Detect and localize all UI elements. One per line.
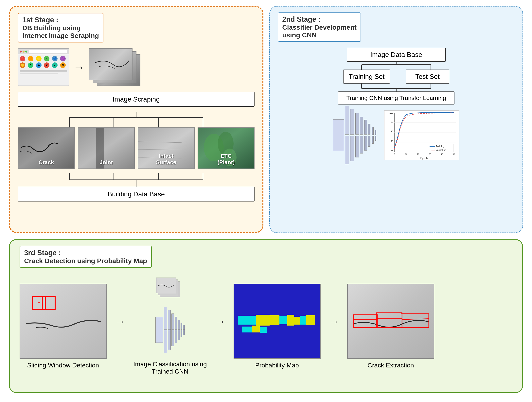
- main-container: 1st Stage : DB Building usingInternet Im…: [9, 6, 523, 393]
- s3-step-cnn: Image Classification usingTrained CNN: [133, 278, 207, 375]
- arrow-connector: [38, 303, 40, 303]
- svg-rect-64: [242, 327, 252, 333]
- stage2-box: 2nd Stage : Classifier Developmentusing …: [269, 6, 523, 233]
- crack-extraction-svg: [348, 284, 434, 359]
- svg-rect-31: [385, 111, 459, 160]
- cnn-layer-rect-4b: [355, 136, 359, 157]
- cnn-classify-label: Image Classification usingTrained CNN: [133, 360, 207, 375]
- patch-front: [156, 278, 176, 293]
- stage3-box: 3rd Stage : Crack Detection using Probab…: [9, 239, 523, 393]
- arrow-2: →: [114, 315, 125, 328]
- sliding-window-img: [19, 284, 107, 359]
- prob-map-label: Probability Map: [255, 362, 299, 369]
- patch-front-svg: [156, 278, 176, 294]
- close-dot: [20, 50, 22, 53]
- svg-text:50: 50: [452, 153, 455, 155]
- intact-label: IntactSurface: [156, 153, 176, 166]
- cnn-pool1: [355, 113, 359, 157]
- svg-rect-58: [270, 315, 279, 325]
- cnn3-l5: [178, 320, 180, 340]
- svg-text:10: 10: [405, 153, 407, 155]
- cnn-layer-rect-8: [372, 127, 374, 135]
- web-icon-10: ❤: [44, 62, 50, 68]
- arrow-1: →: [73, 61, 85, 74]
- svg-text:70: 70: [391, 140, 393, 143]
- cnn3-rect-6b: [178, 330, 180, 340]
- image-scraping-box: Image Scraping: [18, 92, 254, 107]
- min-dot: [23, 50, 25, 53]
- stage3-desc: Crack Detection using Probability Map: [24, 257, 147, 265]
- crack-image-stack: [89, 48, 144, 86]
- s2-split-row: Training Set Test Set: [343, 69, 449, 84]
- cnn-layer-rect-8b: [372, 136, 374, 144]
- s3-step-sliding: Sliding Window Detection: [19, 284, 107, 369]
- web-icon-4: ✔: [44, 56, 50, 62]
- cnn-layer-rect-5: [360, 117, 363, 135]
- stage1-desc: DB Building usingInternet Image Scraping: [22, 24, 99, 39]
- intact-category-img: IntactSurface: [138, 127, 195, 169]
- web-text-lines: [18, 69, 69, 76]
- cnn3-rect-5a: [175, 317, 177, 330]
- crack-extraction-img: [347, 284, 434, 359]
- cnn-layer-rect-3: [350, 109, 354, 135]
- concrete-svg: [20, 284, 107, 359]
- cnn-layer-rect-9b: [375, 136, 376, 141]
- web-icon-1: 🔴: [20, 56, 25, 62]
- cnn-input: [333, 119, 344, 151]
- top-row: 1st Stage : DB Building usingInternet Im…: [9, 6, 523, 233]
- svg-rect-66: [260, 327, 266, 333]
- split-svg: [278, 62, 515, 69]
- cnn-conv2: [350, 109, 354, 161]
- stage1-box: 1st Stage : DB Building usingInternet Im…: [9, 6, 263, 233]
- stage2-number: 2nd Stage :: [282, 15, 357, 24]
- svg-text:20: 20: [417, 153, 419, 155]
- svg-text:30: 30: [429, 153, 431, 155]
- s2-bottom-row: 100 90 80 70 60 0 10 20 30 40 50: [333, 111, 459, 160]
- red-square-2: [42, 296, 56, 310]
- cnn3-rect-6a: [178, 320, 180, 330]
- reconnect-svg: [278, 84, 515, 92]
- split-connector: [278, 62, 515, 69]
- plant-category-img: ETC(Plant): [197, 127, 254, 169]
- cnn3-rect-3a: [168, 310, 171, 330]
- cnn3-rect-2a: [164, 307, 167, 330]
- cnn3-rect-1: [155, 317, 163, 343]
- prob-map-img: [234, 284, 321, 359]
- cnn-layer-rect-4: [355, 113, 359, 135]
- training-cnn-box: Training CNN using Transfer Learning: [338, 92, 454, 105]
- chart-svg: 100 90 80 70 60 0 10 20 30 40 50: [385, 111, 459, 160]
- cnn-layer-rect-2b: [345, 136, 349, 164]
- svg-text:Validation: Validation: [436, 149, 446, 152]
- category-joint: Joint: [78, 127, 135, 169]
- icon-grid: 🔴 🟠 ⭐ ✔ 🔵 💜 🟡 ✿ ◆ ❤ ★ ⚙: [18, 54, 69, 69]
- svg-rect-60: [287, 315, 294, 326]
- category-plant: ETC(Plant): [197, 127, 254, 169]
- sliding-window-label: Sliding Window Detection: [27, 362, 99, 369]
- training-set-box: Training Set: [343, 69, 390, 84]
- arrow-3: →: [215, 315, 226, 328]
- crack-category-img: Crack: [18, 127, 75, 169]
- s3-step-extraction: Crack Extraction: [347, 284, 434, 369]
- s1-categories: Crack: [18, 127, 254, 169]
- cnn-layer-rect-7b: [368, 136, 370, 147]
- max-dot: [25, 50, 27, 53]
- cnn-layer-rect-6: [364, 120, 367, 135]
- image-scraping-container: Image Scraping: [18, 92, 254, 111]
- web-screenshot: 🔴 🟠 ⭐ ✔ 🔵 💜 🟡 ✿ ◆ ❤ ★ ⚙: [18, 48, 69, 86]
- web-line-2: [20, 73, 58, 74]
- svg-text:100: 100: [389, 111, 393, 114]
- stage1-title: 1st Stage : DB Building usingInternet Im…: [18, 13, 103, 43]
- cnn3-rect-7b: [181, 330, 182, 337]
- svg-text:60: 60: [391, 150, 393, 153]
- svg-text:80: 80: [391, 130, 393, 133]
- cnn3-l2: [168, 310, 171, 350]
- svg-rect-65: [252, 326, 260, 333]
- stage2-title: 2nd Stage : Classifier Developmentusing …: [278, 12, 361, 42]
- cnn3-l7: [183, 325, 185, 335]
- svg-rect-61: [294, 317, 300, 325]
- cnn-layer-rect-5b: [360, 136, 363, 154]
- cnn-fc1: [368, 124, 370, 147]
- cnn-layer-rect-9: [375, 130, 376, 135]
- svg-rect-63: [306, 315, 315, 325]
- cnn-architecture: [333, 115, 376, 155]
